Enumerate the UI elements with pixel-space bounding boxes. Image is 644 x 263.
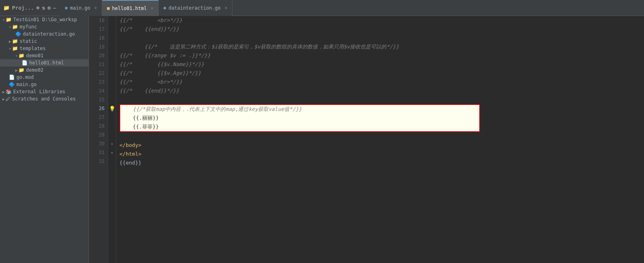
- sidebar-item-testgin01[interactable]: ▾ 📁 TestGin01 D:\Go_worksp: [0, 16, 89, 23]
- sidebar-item-external-libraries[interactable]: ▶ 📚 External Libraries: [0, 88, 89, 95]
- scratches-icon: 🖊: [6, 96, 10, 102]
- folder-icon: 📁: [12, 46, 18, 51]
- code-text: </body>: [119, 141, 141, 150]
- folder-icon: 📁: [18, 53, 24, 58]
- code-line-24: {{/* {{end}}*/}}: [119, 86, 641, 95]
- sidebar-item-main-go[interactable]: 🔷 main.go: [0, 81, 89, 88]
- sidebar-item-go-mod[interactable]: 📄 go.mod: [0, 74, 89, 81]
- minus-icon[interactable]: —: [53, 5, 56, 11]
- code-line-23: {{/* <br>*/}}: [119, 78, 641, 86]
- code-line-29: [119, 132, 641, 141]
- tab-hello01-html[interactable]: ■ hello01.html ✕: [102, 0, 159, 16]
- library-icon: 📚: [6, 89, 12, 94]
- line-number: 16: [92, 16, 105, 25]
- close-icon[interactable]: ✕: [94, 5, 97, 10]
- html-file-icon: 📄: [22, 60, 28, 66]
- gutter-line: [108, 69, 116, 78]
- code-text: {{/* {{end}}*/}}: [119, 86, 179, 95]
- gutter: 💡 ▾ ▾: [108, 16, 116, 263]
- close-icon[interactable]: ✕: [225, 5, 228, 10]
- sidebar-item-label: static: [20, 38, 37, 44]
- sidebar: ▾ 📁 TestGin01 D:\Go_worksp ▾ 📁 myfunc 🔷 …: [0, 16, 89, 263]
- gutter-line: [108, 16, 116, 25]
- tab-label: main.go: [70, 5, 91, 11]
- expand-arrow-icon: ▶: [2, 90, 5, 94]
- project-label: 📁 Proj... ⊕ ⇅ ⚙ —: [3, 5, 56, 11]
- sidebar-item-static[interactable]: ▶ 📁 static: [0, 38, 89, 45]
- sidebar-item-templates[interactable]: ▾ 📁 templates: [0, 45, 89, 52]
- go-file-icon: 🔷: [15, 31, 21, 37]
- close-icon[interactable]: ✕: [151, 6, 153, 11]
- code-text: {{.菲菲}}: [120, 122, 159, 131]
- sidebar-item-demo02[interactable]: ▶ 📁 demo02: [0, 66, 89, 74]
- code-line-28: {{.菲菲}}: [120, 122, 479, 131]
- project-title[interactable]: Proj...: [12, 5, 34, 11]
- go-file-icon: ●: [65, 5, 68, 10]
- code-line-20: {{/* {{range $v := .}}*/}}: [119, 51, 641, 60]
- main-area: ▾ 📁 TestGin01 D:\Go_worksp ▾ 📁 myfunc 🔷 …: [0, 16, 644, 263]
- code-line-26: {{/*获取map中内容，.代表上下文中的map,通过key获取value值*/…: [120, 105, 479, 114]
- gutter-line: [108, 157, 116, 166]
- code-text: {{.丽丽}}: [120, 114, 159, 122]
- bulb-icon[interactable]: 💡: [109, 106, 115, 112]
- go-file-icon: 🔷: [9, 82, 15, 87]
- html-file-icon: ■: [107, 6, 110, 11]
- code-text: {{/* <br>*/}}: [119, 78, 182, 86]
- sidebar-item-label: templates: [20, 46, 46, 51]
- gutter-line: [108, 51, 116, 60]
- code-line-27: {{.丽丽}}: [120, 114, 479, 122]
- gutter-line: [108, 78, 116, 86]
- fold-icon[interactable]: ▾: [111, 151, 113, 155]
- code-line-30: </body>: [119, 141, 641, 150]
- code-text: {{/* {{end}}*/}}: [119, 25, 179, 34]
- gutter-line: [108, 113, 116, 122]
- sidebar-item-demo01[interactable]: ▾ 📁 demo01: [0, 52, 89, 59]
- line-number: 30: [92, 139, 105, 148]
- editor-area: 16 17 18 19 20 21 22 23 24 25 26 27 28 2…: [89, 16, 644, 263]
- sidebar-item-label: Scratches and Consoles: [12, 96, 76, 102]
- expand-arrow-icon: ▶: [2, 97, 5, 101]
- sidebar-item-label: main.go: [16, 82, 37, 87]
- line-number: 27: [92, 113, 105, 122]
- sidebar-item-label: TestGin01 D:\Go_worksp: [13, 17, 77, 22]
- sidebar-item-myfunc[interactable]: ▾ 📁 myfunc: [0, 23, 89, 30]
- fold-icon[interactable]: ▾: [111, 142, 113, 146]
- tab-label: datainteraction.go: [169, 5, 221, 11]
- line-number: 22: [92, 69, 105, 78]
- tab-datainteraction-go[interactable]: ● datainteraction.go ✕: [159, 0, 232, 16]
- code-line-25: [119, 95, 641, 104]
- expand-arrow-icon: ▾: [9, 46, 11, 51]
- code-content[interactable]: {{/* <br>*/}} {{/* {{end}}*/}} {{/* 这是第二…: [116, 16, 644, 263]
- sidebar-item-label: datainteraction.go: [23, 31, 75, 37]
- code-line-16: {{/* <br>*/}}: [119, 16, 641, 25]
- code-text: {{/* {{$v.Name}}*/}}: [119, 60, 204, 69]
- folder-icon: 📁: [6, 17, 12, 22]
- sidebar-item-label: demo01: [26, 53, 43, 58]
- folder-icon: 📁: [12, 24, 18, 30]
- sidebar-item-scratches[interactable]: ▶ 🖊 Scratches and Consoles: [0, 95, 89, 102]
- sidebar-item-label: myfunc: [20, 24, 37, 30]
- add-icon[interactable]: ⊕: [36, 5, 40, 11]
- gutter-line: [108, 95, 116, 104]
- gutter-line: [108, 42, 116, 51]
- line-number: 24: [92, 86, 105, 95]
- fold-gutter-30: ▾: [108, 139, 116, 148]
- fold-gutter-31: ▾: [108, 148, 116, 157]
- tab-bar: ● main.go ✕ ■ hello01.html ✕ ● datainter…: [60, 0, 641, 16]
- mod-file-icon: 📄: [9, 74, 15, 80]
- line-number: 20: [92, 51, 105, 60]
- code-text: {{end}}: [119, 159, 141, 167]
- expand-arrow-icon: ▾: [15, 54, 18, 58]
- tab-label: hello01.html: [112, 6, 147, 11]
- sidebar-item-hello01-html[interactable]: 📄 hello01.html: [0, 59, 89, 66]
- tab-main-go[interactable]: ● main.go ✕: [60, 0, 102, 16]
- line-number: 21: [92, 60, 105, 69]
- code-text: {{/* {{range $v := .}}*/}}: [119, 51, 210, 60]
- folder-icon: 📁: [18, 67, 24, 73]
- gear-icon[interactable]: ⚙: [47, 5, 50, 11]
- sidebar-item-datainteraction-go[interactable]: 🔷 datainteraction.go: [0, 30, 89, 38]
- split-icon[interactable]: ⇅: [42, 5, 45, 11]
- sidebar-item-label: External Libraries: [13, 89, 65, 94]
- gutter-line: [108, 25, 116, 34]
- line-number: 23: [92, 78, 105, 86]
